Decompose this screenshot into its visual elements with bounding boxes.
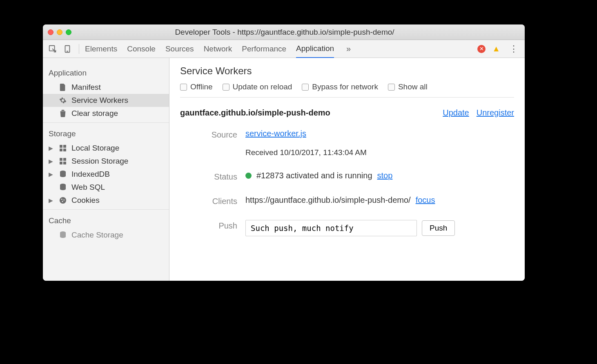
sidebar-item-web-sql[interactable]: Web SQL: [43, 181, 169, 194]
sidebar-item-label: Service Workers: [71, 96, 128, 105]
received-text: Received 10/10/2017, 11:43:04 AM: [245, 148, 367, 157]
file-icon: [58, 84, 67, 91]
focus-link[interactable]: focus: [416, 195, 435, 205]
sidebar-section-storage: Storage ▶ Local Storage ▶ Session Storag…: [43, 123, 169, 210]
sidebar-item-indexeddb[interactable]: ▶ IndexedDB: [43, 168, 169, 181]
grid-icon: [58, 158, 67, 164]
status-row: Status #12873 activated and is running s…: [180, 168, 514, 185]
checkbox-icon[interactable]: [180, 84, 187, 91]
svg-point-13: [60, 197, 66, 204]
checkbox-bypass-for-network[interactable]: Bypass for network: [302, 82, 378, 91]
svg-rect-6: [63, 149, 66, 151]
svg-rect-10: [63, 162, 66, 164]
svg-rect-3: [60, 145, 62, 148]
sidebar-item-label: Clear storage: [71, 109, 118, 118]
warning-icon[interactable]: ▲: [492, 44, 500, 53]
devtools-toolbar: Elements Console Sources Network Perform…: [43, 40, 525, 58]
panel-title: Service Workers: [180, 65, 514, 77]
settings-menu-icon[interactable]: ⋮: [507, 44, 521, 54]
tab-elements[interactable]: Elements: [85, 40, 117, 58]
unregister-link[interactable]: Unregister: [477, 108, 514, 118]
status-dot-icon: [245, 173, 252, 179]
client-url: https://gauntface.github.io/simple-push-…: [245, 195, 411, 205]
sidebar-item-service-workers[interactable]: Service Workers: [43, 94, 169, 107]
panel-header: Service Workers Offline Update on reload…: [169, 58, 525, 100]
sidebar-item-label: Cookies: [71, 196, 100, 205]
options-row: Offline Update on reload Bypass for netw…: [180, 82, 514, 98]
scope-name: gauntface.github.io/simple-push-demo: [180, 108, 443, 118]
expand-icon[interactable]: ▶: [49, 197, 54, 204]
checkbox-icon[interactable]: [302, 84, 309, 91]
database-icon: [58, 184, 67, 191]
expand-icon[interactable]: ▶: [49, 158, 54, 164]
sidebar-item-label: IndexedDB: [71, 170, 110, 179]
push-row: Push Push: [180, 217, 514, 240]
checkbox-label: Show all: [398, 82, 428, 91]
scope-row: gauntface.github.io/simple-push-demo Upd…: [169, 100, 525, 126]
checkbox-icon[interactable]: [223, 84, 229, 91]
tab-application[interactable]: Application: [296, 40, 334, 58]
checkbox-show-all[interactable]: Show all: [388, 82, 428, 91]
push-button[interactable]: Push: [422, 220, 455, 236]
sidebar-item-label: Manifest: [71, 83, 101, 92]
row-label: Push: [180, 220, 245, 231]
sidebar-item-label: Session Storage: [71, 157, 128, 166]
sidebar-item-label: Local Storage: [71, 144, 119, 153]
sidebar-heading: Application: [43, 64, 169, 81]
sidebar-item-cache-storage[interactable]: Cache Storage: [43, 229, 169, 242]
checkbox-icon[interactable]: [388, 84, 395, 91]
more-tabs-button[interactable]: »: [344, 44, 353, 53]
checkbox-update-on-reload[interactable]: Update on reload: [223, 82, 292, 91]
svg-point-15: [63, 200, 65, 201]
trash-icon: [58, 110, 67, 117]
push-input[interactable]: [245, 220, 417, 236]
toolbar-right: ✕ ▲ ⋮: [477, 44, 521, 54]
clients-row: Clients https://gauntface.github.io/simp…: [180, 192, 514, 209]
status-text: #12873 activated and is running: [256, 171, 372, 180]
tab-network[interactable]: Network: [204, 40, 232, 58]
panel-body: Application Manifest Service Workers Cle…: [43, 58, 525, 281]
source-file-link[interactable]: service-worker.js: [245, 129, 306, 138]
inspect-element-icon[interactable]: [47, 43, 58, 55]
svg-rect-9: [60, 162, 62, 164]
checkbox-offline[interactable]: Offline: [180, 82, 213, 91]
svg-point-16: [62, 201, 63, 202]
expand-icon[interactable]: ▶: [49, 171, 54, 178]
worker-details: Source service-worker.js Received 10/10/…: [169, 126, 525, 240]
tab-console[interactable]: Console: [127, 40, 156, 58]
grid-icon: [58, 145, 67, 151]
update-link[interactable]: Update: [443, 108, 469, 118]
database-icon: [58, 171, 67, 178]
service-workers-panel: Service Workers Offline Update on reload…: [169, 58, 525, 281]
sidebar-section-cache: Cache Cache Storage: [43, 210, 169, 244]
tab-performance[interactable]: Performance: [242, 40, 286, 58]
titlebar: Developer Tools - https://gauntface.gith…: [43, 24, 525, 40]
error-badge-icon[interactable]: ✕: [477, 45, 486, 53]
svg-rect-7: [60, 158, 62, 161]
devtools-window: Developer Tools - https://gauntface.gith…: [43, 24, 525, 281]
sidebar-item-session-storage[interactable]: ▶ Session Storage: [43, 155, 169, 168]
gear-icon: [58, 97, 67, 104]
checkbox-label: Bypass for network: [312, 82, 378, 91]
sidebar-item-cookies[interactable]: ▶ Cookies: [43, 194, 169, 207]
sidebar-item-label: Cache Storage: [71, 231, 123, 240]
tab-sources[interactable]: Sources: [165, 40, 194, 58]
sidebar-item-label: Web SQL: [71, 183, 105, 192]
window-title: Developer Tools - https://gauntface.gith…: [49, 28, 520, 37]
svg-rect-4: [63, 145, 66, 148]
svg-rect-8: [63, 158, 66, 161]
svg-point-14: [61, 199, 62, 200]
sidebar-item-clear-storage[interactable]: Clear storage: [43, 107, 169, 120]
sidebar-section-application: Application Manifest Service Workers Cle…: [43, 62, 169, 123]
expand-icon[interactable]: ▶: [49, 145, 54, 151]
sidebar-item-local-storage[interactable]: ▶ Local Storage: [43, 142, 169, 155]
checkbox-label: Offline: [190, 82, 213, 91]
device-toggle-icon[interactable]: [62, 43, 73, 55]
scope-actions: Update Unregister: [443, 108, 514, 118]
source-row: Source service-worker.js Received 10/10/…: [180, 126, 514, 160]
row-label: Source: [180, 129, 245, 140]
sidebar-item-manifest[interactable]: Manifest: [43, 81, 169, 94]
checkbox-label: Update on reload: [233, 82, 292, 91]
panel-tabs: Elements Console Sources Network Perform…: [85, 40, 353, 58]
stop-link[interactable]: stop: [377, 171, 393, 180]
